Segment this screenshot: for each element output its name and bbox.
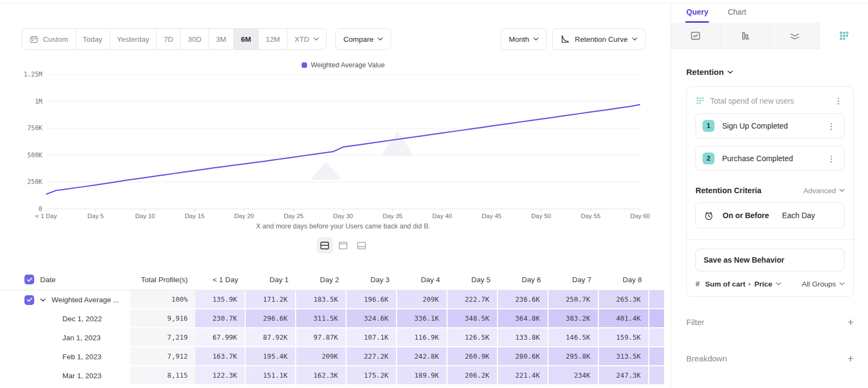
date-range-custom[interactable]: Custom	[22, 29, 75, 49]
layout-table-only-button[interactable]	[354, 237, 370, 253]
row-label: Weighted Average ...	[52, 296, 119, 304]
save-as-new-behavior-button[interactable]: Save as New Behavior	[695, 249, 845, 271]
timing-mode: On or Before	[723, 211, 769, 220]
granularity-select[interactable]: Month	[501, 28, 547, 50]
table-row[interactable]: Dec 1, 20229,916230.7K296.6K311.5K324.6K…	[0, 309, 664, 328]
retention-value-cell: 196.6K	[347, 290, 397, 309]
query-panel: Query Chart Retention Total spend of new…	[671, 3, 868, 388]
layout-chart-only-button[interactable]	[335, 237, 352, 253]
report-type-insights[interactable]	[671, 23, 720, 49]
chevron-down-icon	[839, 282, 845, 285]
clipped-day9-cell	[649, 347, 664, 366]
retention-value-cell: 175.2K	[347, 366, 397, 385]
x-axis-tick-label: Day 20	[234, 213, 254, 219]
table-row[interactable]: Jan 1, 20237,21967.99K87.92K97.87K107.1K…	[0, 328, 664, 347]
range-label: Custom	[43, 35, 68, 43]
range-label: Today	[83, 35, 103, 43]
chart-type-select[interactable]: Retention Curve	[552, 28, 646, 50]
x-axis-tick-label: < 1 Day	[35, 213, 57, 219]
retention-value-cell: 171.2K	[246, 290, 296, 309]
retention-chart[interactable]	[46, 74, 640, 212]
x-axis-tick-label: Day 10	[135, 213, 155, 219]
table-row[interactable]: Feb 1, 20237,912163.7K195.4K209K227.2K24…	[0, 347, 664, 366]
retention-section-header[interactable]: Retention	[686, 67, 868, 77]
add-filter-icon[interactable]: +	[847, 316, 854, 328]
column-header: < 1 Day	[195, 269, 246, 290]
chevron-down-icon	[533, 37, 539, 41]
select-all-checkbox[interactable]	[24, 275, 34, 284]
tab-query[interactable]: Query	[686, 8, 708, 23]
table-row[interactable]: Weighted Average ...100%135.9K171.2K183.…	[0, 290, 664, 309]
breakdown-section[interactable]: Breakdown +	[686, 353, 854, 364]
y-axis-tick-label: 1.25M	[23, 71, 42, 78]
retention-criteria-header: Retention Criteria Advanced	[695, 186, 845, 195]
table-row[interactable]: Mar 1, 20238,115122.3K151.1K162.3K175.2K…	[0, 366, 664, 385]
report-type-retention[interactable]	[820, 23, 868, 49]
groups-select[interactable]: All Groups	[802, 280, 845, 288]
date-range-xtd[interactable]: XTD	[287, 29, 326, 49]
retention-table: DateTotal Profile(s)< 1 DayDay 1Day 2Day…	[0, 269, 664, 385]
retention-value-cell: 135.9K	[195, 290, 246, 309]
y-axis-tick-label: 750K	[27, 124, 42, 132]
advanced-toggle[interactable]: Advanced	[803, 187, 845, 195]
layout-chart-only-icon	[338, 240, 348, 251]
retention-dots-icon	[839, 30, 850, 41]
clipped-day9-cell	[649, 290, 664, 309]
retention-value-cell: 247.3K	[599, 366, 649, 385]
compare-button[interactable]: Compare	[335, 28, 392, 50]
row-checkbox[interactable]	[24, 295, 34, 305]
groups-label: All Groups	[802, 280, 836, 288]
chevron-down-icon	[727, 71, 733, 74]
row-label: Dec 1, 2022	[62, 315, 102, 323]
range-label: 3M	[216, 35, 226, 43]
add-breakdown-icon[interactable]: +	[847, 353, 854, 364]
timing-value: Each Day	[782, 211, 815, 220]
kebab-menu-icon[interactable]: ⋮	[825, 121, 838, 131]
retention-timing-row[interactable]: On or Before Each Day	[695, 202, 845, 228]
date-range-yesterday[interactable]: Yesterday	[110, 29, 157, 49]
behavior-step[interactable]: 1Sign Up Completed⋮	[695, 113, 845, 138]
kebab-menu-icon[interactable]: ⋮	[825, 154, 838, 164]
retention-value-cell: 195.4K	[246, 347, 296, 366]
behavior-card-header: Total spend of new users ⋮	[695, 96, 845, 106]
date-range-7d[interactable]: 7D	[156, 29, 180, 49]
retention-value-cell: 122.3K	[195, 366, 246, 385]
chevron-down-icon	[632, 37, 637, 41]
date-range-30d[interactable]: 30D	[180, 29, 208, 49]
behavior-step[interactable]: 2Purchase Completed⋮	[695, 146, 845, 171]
report-type-flows[interactable]	[770, 23, 820, 49]
date-range-today[interactable]: Today	[75, 29, 110, 49]
chevron-down-icon	[839, 189, 845, 192]
retention-value-cell: 383.2K	[548, 309, 599, 328]
flows-icon	[789, 30, 800, 41]
date-range-12m[interactable]: 12M	[258, 29, 287, 49]
layout-split-view-icon	[320, 240, 330, 251]
x-axis-tick-label: Day 35	[383, 213, 403, 219]
tab-chart[interactable]: Chart	[727, 8, 746, 23]
total-profiles-cell: 9,916	[130, 309, 195, 328]
total-profiles-cell: 100%	[130, 290, 195, 309]
total-profiles-cell: 7,912	[130, 347, 195, 366]
expand-chevron-icon[interactable]	[40, 298, 46, 302]
range-label: 6M	[241, 35, 251, 43]
date-range-6m[interactable]: 6M	[233, 29, 258, 49]
header-date-cell: Date	[0, 269, 130, 290]
report-type-funnels[interactable]	[720, 23, 770, 49]
retention-value-cell: 280.6K	[498, 347, 548, 366]
filter-label: Filter	[686, 317, 704, 327]
filter-section[interactable]: Filter +	[686, 316, 854, 328]
criteria-label: Retention Criteria	[695, 186, 803, 195]
main-content: CustomTodayYesterday7D30D3M6M12MXTD Comp…	[0, 0, 664, 388]
range-label: 12M	[266, 35, 280, 43]
layout-split-view-button[interactable]	[317, 237, 333, 253]
retention-value-cell: 133.8K	[498, 328, 548, 347]
kebab-menu-icon[interactable]: ⋮	[832, 96, 845, 106]
total-profiles-cell: 8,115	[130, 366, 195, 385]
date-range-3m[interactable]: 3M	[208, 29, 233, 49]
retention-value-cell: 162.3K	[296, 366, 347, 385]
x-axis-tick-label: Day 15	[185, 213, 205, 219]
row-label-cell: Feb 1, 2023	[0, 347, 130, 366]
retention-value-cell: 209K	[397, 290, 448, 309]
measure-select[interactable]: Sum of cart ▸ Price	[705, 280, 781, 288]
retention-value-cell: 336.1K	[397, 309, 448, 328]
